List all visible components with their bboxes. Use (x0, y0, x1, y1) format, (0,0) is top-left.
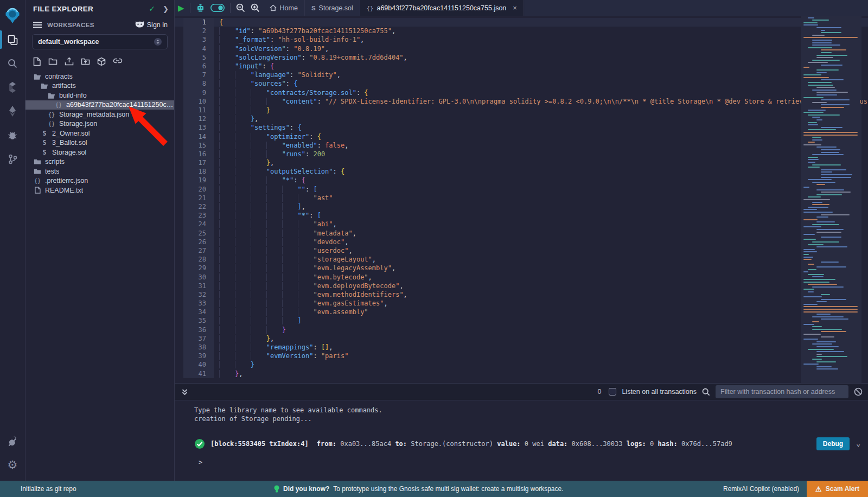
terminal-output[interactable]: Type the library name to see available c… (175, 400, 868, 481)
tree-item-build-info[interactable]: build-info (25, 91, 174, 100)
remix-logo[interactable] (0, 4, 25, 28)
zoom-out-icon[interactable] (236, 3, 245, 12)
code-line-4[interactable]: 4 "solcVersion": "0.8.19", (175, 44, 868, 53)
debugger-icon[interactable] (0, 123, 25, 147)
listen-all-checkbox[interactable] (609, 388, 616, 396)
code-line-33[interactable]: 33 "evm.gasEstimates", (175, 299, 868, 308)
code-line-14[interactable]: 14 "optimizer": { (175, 132, 868, 141)
copilot-toggle-icon[interactable] (210, 4, 225, 12)
code-line-31[interactable]: 31 "evm.deployedBytecode", (175, 282, 868, 290)
close-tab-icon[interactable]: × (513, 4, 517, 12)
search-icon[interactable] (0, 52, 25, 75)
code-line-3[interactable]: 3 "_format": "hh-sol-build-info-1", (175, 35, 868, 44)
code-line-12[interactable]: 12 }, (175, 114, 868, 123)
settings-icon[interactable]: ⚙ (0, 453, 25, 476)
scam-alert-button[interactable]: ⚠ Scam Alert (807, 481, 868, 497)
deploy-run-icon[interactable] (0, 99, 25, 123)
code-line-35[interactable]: 35 ] (175, 316, 868, 325)
code-line-27[interactable]: 27 "userdoc", (175, 246, 868, 255)
new-file-icon[interactable] (33, 57, 41, 66)
code-line-28[interactable]: 28 "storageLayout", (175, 255, 868, 264)
debug-button[interactable]: Debug (816, 437, 850, 450)
tree-item--prettierrc-json[interactable]: {}.prettierrc.json (25, 176, 174, 186)
clear-console-icon[interactable] (854, 387, 863, 396)
terminal-prompt[interactable]: > (194, 450, 868, 467)
hamburger-menu-icon[interactable] (33, 22, 42, 28)
solidity-compiler-icon[interactable] (0, 75, 25, 99)
code-line-13[interactable]: 13 "settings": { (175, 123, 868, 132)
code-line-10[interactable]: 10 "content": "// SPDX-License-Identifie… (175, 97, 868, 106)
tab-a69b43f277ba20fcac141151250ca755-json[interactable]: {}a69b43f277ba20fcac141151250ca755.json× (360, 0, 524, 16)
tab-storage-sol[interactable]: SStorage.sol (305, 0, 360, 16)
code-line-41[interactable]: 41 }, (175, 369, 868, 378)
code-line-38[interactable]: 38 "remappings": [], (175, 343, 868, 352)
upload-folder-icon[interactable] (81, 57, 90, 65)
code-line-11[interactable]: 11 } (175, 106, 868, 114)
code-line-32[interactable]: 32 "evm.methodIdentifiers", (175, 290, 868, 299)
run-script-button[interactable]: ▶ (178, 3, 184, 13)
code-line-18[interactable]: 18 "outputSelection": { (175, 167, 868, 176)
warning-icon: ⚠ (815, 485, 822, 493)
git-icon[interactable] (0, 147, 25, 171)
tree-item-a69b43f277ba20fcac141151250ca7-[interactable]: {}a69b43f277ba20fcac141151250ca7... (25, 100, 174, 110)
code-line-15[interactable]: 15 "enabled": false, (175, 141, 868, 150)
tree-item-contracts[interactable]: contracts (25, 72, 174, 81)
code-line-25[interactable]: 25 "metadata", (175, 229, 868, 238)
code-line-5[interactable]: 5 "solcLongVersion": "0.8.19+commit.7dd6… (175, 53, 868, 62)
zoom-in-icon[interactable] (251, 3, 260, 12)
transaction-log-row[interactable]: [block:5583405 txIndex:4] from: 0xa03...… (194, 437, 868, 450)
code-line-24[interactable]: 24 "abi", (175, 220, 868, 228)
code-line-23[interactable]: 23 "*": [ (175, 211, 868, 220)
code-editor[interactable]: 1{2 "id": "a69b43f277ba20fcac141151250ca… (175, 16, 868, 383)
code-line-40[interactable]: 40 } (175, 360, 868, 369)
line-number: 16 (183, 150, 214, 158)
code-line-17[interactable]: 17 }, (175, 158, 868, 167)
sign-in-button[interactable]: Sign in (135, 21, 168, 29)
code-line-26[interactable]: 26 "devdoc", (175, 238, 868, 246)
link-icon[interactable] (113, 57, 123, 65)
code-line-21[interactable]: 21 "ast" (175, 194, 868, 202)
tab-home[interactable]: Home (263, 0, 305, 16)
minimap[interactable] (801, 16, 861, 383)
line-number: 41 (183, 369, 214, 378)
code-line-9[interactable]: 9 "contracts/Storage.sol": { (175, 88, 868, 97)
ai-copilot-robot-icon[interactable] (196, 3, 205, 12)
tree-item-scripts[interactable]: scripts (25, 157, 174, 167)
upload-file-icon[interactable] (65, 57, 74, 66)
code-line-6[interactable]: 6 "input": { (175, 62, 868, 71)
git-init-button[interactable]: Initialize as git repo (21, 485, 76, 493)
code-line-16[interactable]: 16 "runs": 200 (175, 150, 868, 158)
copilot-status[interactable]: RemixAI Copilot (enabled) (723, 485, 799, 493)
code-line-36[interactable]: 36 } (175, 326, 868, 334)
workspace-select[interactable]: default_workspace (32, 34, 168, 49)
collapse-terminal-icon[interactable] (181, 388, 188, 396)
code-line-7[interactable]: 7 "language": "Solidity", (175, 71, 868, 79)
code-line-30[interactable]: 30 "evm.bytecode", (175, 272, 868, 281)
tree-item-storage-sol[interactable]: SStorage.sol (25, 148, 174, 157)
file-explorer-icon[interactable] (0, 28, 25, 52)
transaction-filter-input[interactable] (716, 385, 848, 398)
new-folder-icon[interactable] (48, 57, 58, 65)
code-line-22[interactable]: 22 ], (175, 202, 868, 211)
code-line-37[interactable]: 37 }, (175, 334, 868, 343)
code-line-8[interactable]: 8 "sources": { (175, 79, 868, 88)
cube-icon[interactable] (97, 57, 106, 66)
tree-item-tests[interactable]: tests (25, 167, 174, 176)
code-line-1[interactable]: 1{ (175, 18, 868, 27)
code-line-2[interactable]: 2 "id": "a69b43f277ba20fcac141151250ca75… (175, 27, 868, 35)
tree-item-3-ballot-sol[interactable]: S3_Ballot.sol (25, 138, 174, 148)
code-line-20[interactable]: 20 "": [ (175, 185, 868, 194)
tree-item-readme-txt[interactable]: README.txt (25, 186, 174, 195)
chevron-right-icon[interactable]: ❯ (163, 5, 169, 13)
code-line-29[interactable]: 29 "evm.legacyAssembly", (175, 264, 868, 272)
tab-label: Storage.sol (319, 4, 353, 12)
expand-transaction-icon[interactable]: ⌄ (856, 439, 860, 448)
tree-item-2-owner-sol[interactable]: S2_Owner.sol (25, 129, 174, 138)
tree-item-artifacts[interactable]: artifacts (25, 81, 174, 91)
tree-item-storage-metadata-json[interactable]: {}Storage_metadata.json (25, 110, 174, 119)
plugin-manager-icon[interactable] (0, 429, 25, 453)
code-line-39[interactable]: 39 "evmVersion": "paris" (175, 352, 868, 360)
code-line-19[interactable]: 19 "*": { (175, 176, 868, 184)
tree-item-storage-json[interactable]: {}Storage.json (25, 119, 174, 129)
code-line-34[interactable]: 34 "evm.assembly" (175, 308, 868, 316)
